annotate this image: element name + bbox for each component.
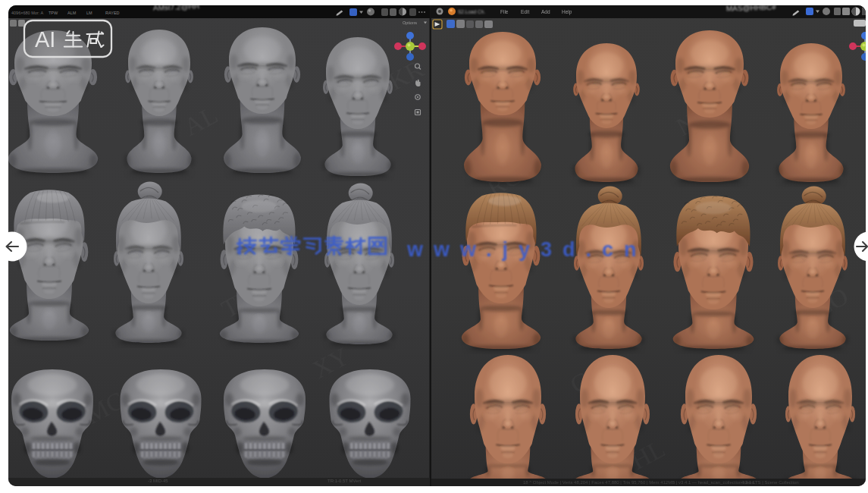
svg-text:18 ^ Object Mode | Verts 48,20: 18 ^ Object Mode | Verts 48,204 | Faces … <box>523 480 754 485</box>
svg-text:File: File <box>500 9 509 14</box>
svg-text:AI: AI <box>35 27 55 52</box>
svg-text:TPW: TPW <box>49 11 58 15</box>
svg-text:Edit: Edit <box>521 9 529 14</box>
svg-text:-3 MID-45: -3 MID-45 <box>148 479 168 483</box>
svg-text:4.2.1 LTS | Scene Collection: 4.2.1 LTS | Scene Collection <box>741 480 799 485</box>
svg-text:S2.Load Ch.: S2.Load Ch. <box>458 9 485 14</box>
svg-text:ALM: ALM <box>67 11 77 15</box>
svg-text:Options: Options <box>403 20 417 25</box>
svg-text:LM: LM <box>86 11 92 15</box>
svg-text:RAYED: RAYED <box>105 11 120 15</box>
svg-text:Help: Help <box>562 9 572 15</box>
svg-text:TR:1-0.5T MVert: TR:1-0.5T MVert <box>327 479 362 483</box>
svg-text:4096×680 Mor: A: 4096×680 Mor: A <box>11 11 43 15</box>
svg-text:Add: Add <box>541 9 550 14</box>
svg-text:www.jy3d.cn: www.jy3d.cn <box>406 238 647 261</box>
